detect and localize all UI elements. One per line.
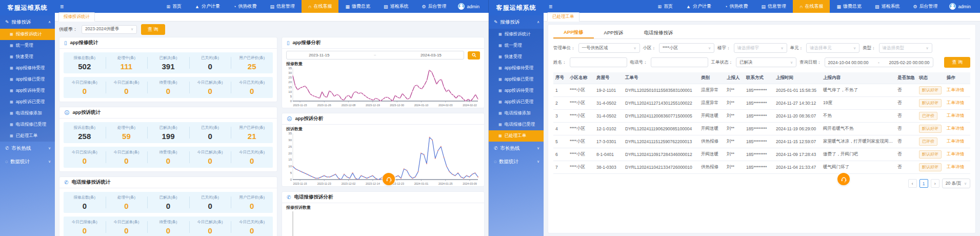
sidebar-item[interactable]: ▦统一受理	[489, 40, 544, 51]
order-detail-link[interactable]: 工单详情	[947, 100, 964, 105]
next-page-button[interactable]: ›	[931, 179, 939, 188]
nav-item[interactable]: ▤信息管理	[263, 0, 302, 13]
sidebar-item[interactable]: ▦报修投诉统计	[489, 29, 544, 40]
current-page[interactable]: 1	[919, 179, 928, 188]
sidebar-item[interactable]: ▦app报修待受理	[489, 63, 544, 74]
source-tab[interactable]: APP报修	[553, 27, 594, 38]
sidebar-item[interactable]: ▦快速受理	[0, 51, 55, 63]
table-row[interactable]: 3****小区31-4-0502DYRL12024112008360771500…	[553, 110, 970, 123]
nav-item[interactable]: ▦缴费总览	[338, 0, 377, 13]
sidebar-item[interactable]: ▦电话报修已受理	[489, 119, 544, 130]
type-select[interactable]: 请选择类型∨	[879, 43, 932, 53]
dashboard-search-button[interactable]: 查 询	[141, 24, 165, 35]
chart-search-button[interactable]	[468, 51, 480, 60]
nav-item-label: 后台管理	[428, 3, 446, 10]
order-detail-link[interactable]: 工单详情	[947, 151, 964, 156]
stat-value: 0	[147, 227, 189, 234]
source-tab[interactable]: 电话报修投诉	[634, 27, 684, 38]
sidebar-item[interactable]: ▦电话报修添加	[489, 108, 544, 119]
order-status-select[interactable]: 已解决∨	[736, 57, 796, 67]
order-detail-link[interactable]: 工单详情	[947, 126, 964, 131]
sidebar-item[interactable]: ▦app报修待受理	[0, 63, 55, 74]
nav-item[interactable]: ∩在线客服	[302, 0, 338, 13]
avatar	[949, 3, 956, 10]
name-input[interactable]	[570, 57, 627, 67]
phone-input[interactable]	[651, 57, 708, 67]
table-row[interactable]: 4****小区12-1-0102DYRL12024111906290085100…	[553, 123, 970, 135]
nav-item-label: 缴费总览	[352, 3, 370, 10]
sidebar-item[interactable]: ▦电话报修已受理	[0, 119, 55, 130]
worklist-search-button[interactable]: 查 询	[944, 57, 970, 68]
stat-row: 报修总数(条)0处理中(条)0已解决(条)0已关闭(条)0用户已评价(条)0	[64, 192, 273, 213]
stat-cell: 今日已报修(条)0	[64, 77, 106, 98]
card-title: app报修统计	[70, 40, 98, 46]
sidebar-group[interactable]: ✆市长热线∨	[0, 142, 55, 155]
nav-item[interactable]: ◔供热收费	[227, 0, 263, 13]
sidebar-group[interactable]: ◌数据统计∨	[0, 155, 55, 168]
sidebar-item[interactable]: ▦电话报修添加	[0, 108, 55, 119]
sidebar-item[interactable]: ▦app投诉待受理	[489, 85, 544, 96]
sidebar-group[interactable]: ✆市长热线∨	[489, 142, 544, 155]
sidebar-group-repair-complaint[interactable]: ✎报修投诉∧	[0, 15, 55, 29]
stat-label: 报修总数(条)	[64, 55, 106, 61]
nav-item[interactable]: ▲分户计量	[188, 0, 227, 13]
sidebar-item[interactable]: ▦app投诉已受理	[0, 96, 55, 108]
user-menu[interactable]: admin	[944, 3, 976, 10]
nav-item[interactable]: ⚙后台管理	[415, 0, 453, 13]
order-detail-link[interactable]: 工单详情	[947, 113, 964, 118]
menu-fold-icon[interactable]: ≡	[549, 4, 552, 10]
sidebar-group[interactable]: ◌数据统计∨	[489, 155, 544, 168]
nav-item[interactable]: ◔供热收费	[718, 0, 754, 13]
sidebar-item[interactable]: ▦app投诉已受理	[489, 96, 544, 108]
stat-label: 待受理(条)	[147, 80, 189, 85]
table-cell: 3	[553, 110, 568, 123]
sidebar-item[interactable]: ▦报修投诉统计	[0, 29, 55, 40]
table-row[interactable]: 2****小区31-4-0502DYRL12024112714301255100…	[553, 97, 970, 110]
sidebar-item[interactable]: ▦app报修已受理	[0, 74, 55, 85]
community-select[interactable]: ****小区∨	[659, 43, 714, 53]
customer-service-fab[interactable]	[383, 173, 395, 185]
nav-item[interactable]: ⊞首页	[651, 0, 679, 13]
sidebar-group-repair-complaint[interactable]: ✎报修投诉∧	[489, 15, 544, 29]
table-row[interactable]: 6****小区8-1-0401DYRL120241109172843460000…	[553, 148, 970, 161]
sidebar-item[interactable]: ▦统一受理	[0, 40, 55, 51]
unit-select[interactable]: 请选择单元∨	[806, 43, 859, 53]
nav-item[interactable]: ▤信息管理	[754, 0, 793, 13]
customer-service-fab[interactable]	[837, 173, 850, 185]
table-row[interactable]: 5****小区17-3-0301DYRL12024111512590762200…	[553, 135, 970, 148]
date-range-picker[interactable]: 2024-10-04 00:00:00-2025-02-20 00:00:00	[825, 57, 933, 67]
sidebar-item[interactable]: ▦app报修已受理	[489, 74, 544, 85]
stat-value: 0	[189, 87, 231, 95]
filter-label: 单元：	[790, 45, 804, 51]
nav-item[interactable]: ▨巡检系统	[377, 0, 415, 13]
nav-item[interactable]: ▦缴费总览	[830, 0, 868, 13]
source-tab[interactable]: APP投诉	[594, 27, 634, 38]
user-menu[interactable]: admin	[453, 3, 485, 10]
menu-fold-icon[interactable]: ≡	[60, 4, 64, 10]
table-row[interactable]: 1****小区19-2-1101DYRL12025010115583583100…	[553, 84, 970, 97]
sidebar-item[interactable]: ▦app投诉待受理	[0, 85, 55, 96]
order-detail-link[interactable]: 工单详情	[947, 139, 964, 144]
filter-label: 电话号：	[630, 60, 648, 66]
nav-item[interactable]: ▨巡检系统	[868, 0, 907, 13]
building-select[interactable]: 请选择楼宇∨	[734, 43, 787, 53]
management-unit-select[interactable]: 一号供热区域∨	[578, 43, 640, 53]
tab-repair-complaint-stats[interactable]: 报修投诉统计	[58, 12, 95, 22]
date-range-picker[interactable]: 2023-11-15~2024-03-15	[286, 51, 464, 60]
tab-processed-orders[interactable]: 已处理工单	[547, 12, 579, 22]
column-header: 房屋号	[594, 72, 623, 84]
season-select[interactable]: 2023-2024供暖季 ∨	[82, 25, 137, 34]
table-row[interactable]: 7****小区38-1-0303DYRL12024110421334726000…	[553, 161, 970, 174]
date-filter-row: 2023-11-15~2024-03-15	[286, 51, 480, 60]
order-detail-link[interactable]: 工单详情	[947, 164, 964, 169]
nav-item[interactable]: ∩在线客服	[793, 0, 830, 13]
order-detail-link[interactable]: 工单详情	[947, 87, 964, 92]
page-size-select[interactable]: 20 条/页 ∨	[942, 179, 970, 188]
sidebar-item[interactable]: ▦已处理工单	[489, 130, 544, 142]
nav-item[interactable]: ▲分户计量	[679, 0, 718, 13]
prev-page-button[interactable]: ‹	[908, 179, 917, 188]
nav-item[interactable]: ⊞首页	[159, 0, 188, 13]
nav-item[interactable]: ⚙后台管理	[906, 0, 944, 13]
sidebar-item[interactable]: ▦已处理工单	[0, 130, 55, 142]
sidebar-item[interactable]: ▦快速受理	[489, 51, 544, 63]
